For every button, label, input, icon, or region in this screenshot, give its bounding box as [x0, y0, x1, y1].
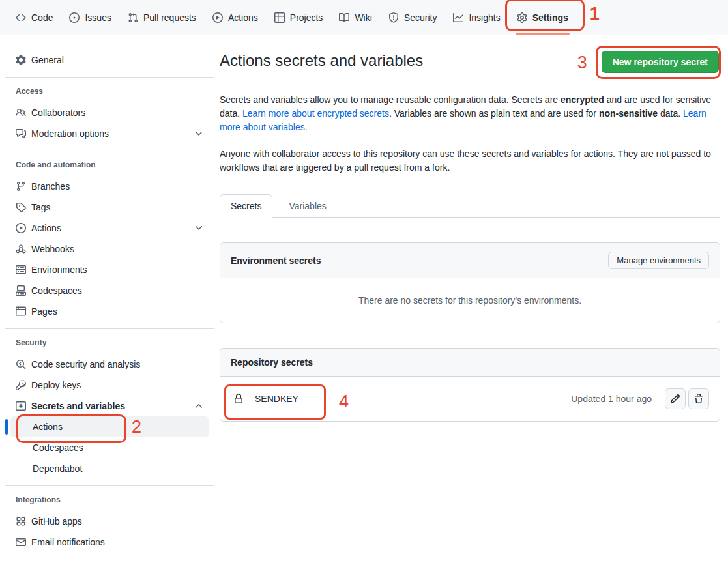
sidebar-item-email-notifications[interactable]: Email notifications — [10, 532, 209, 553]
sidebar-item-code-security[interactable]: Code security and analysis — [10, 354, 209, 375]
sidebar-section-access: Access — [10, 85, 209, 97]
tab-projects[interactable]: Projects — [269, 7, 328, 28]
tab-variables[interactable]: Variables — [278, 195, 336, 217]
tab-label: Issues — [85, 12, 111, 23]
sidebar-section-code-and-automation: Code and automation — [10, 159, 209, 171]
sidebar-item-codespaces[interactable]: Codespaces — [10, 280, 209, 301]
sidebar-divider — [5, 485, 214, 486]
chevron-down-icon — [194, 223, 204, 233]
sidebar-item-pages[interactable]: Pages — [10, 301, 209, 322]
repo-tab-bar: Code Issues Pull requests Actions Projec… — [0, 0, 728, 35]
codespaces-icon — [16, 285, 26, 296]
intro-text: data. — [658, 108, 683, 119]
sidebar-item-secrets-and-variables[interactable]: Secrets and variables — [10, 396, 209, 416]
pencil-icon — [670, 394, 680, 404]
intro-text: . — [305, 122, 308, 132]
sidebar-item-moderation-options[interactable]: Moderation options — [10, 123, 209, 144]
code-icon — [16, 12, 26, 23]
gear-icon — [16, 55, 26, 65]
secret-row-actions: Updated 1 hour ago — [571, 388, 709, 409]
secret-name-group: SENDKEY 4 — [231, 394, 298, 404]
key-icon — [16, 380, 26, 390]
sidebar-item-github-apps[interactable]: GitHub apps — [10, 511, 209, 532]
apps-icon — [16, 516, 26, 527]
sidebar-item-label: Codespaces — [33, 442, 83, 453]
sidebar-item-environments[interactable]: Environments — [10, 259, 209, 280]
manage-environments-button[interactable]: Manage environments — [608, 252, 709, 269]
intro-text: . Variables are shown as plain text and … — [389, 108, 599, 119]
tab-actions[interactable]: Actions — [207, 7, 263, 28]
webhook-icon — [16, 244, 26, 254]
main-content: Actions secrets and variables New reposi… — [220, 35, 728, 422]
delete-secret-button[interactable] — [688, 388, 709, 409]
tab-settings[interactable]: Settings 1 — [512, 7, 574, 28]
play-icon — [212, 12, 223, 23]
tab-insights[interactable]: Insights — [448, 7, 505, 28]
sidebar-item-branches[interactable]: Branches — [10, 176, 209, 197]
play-icon — [16, 223, 26, 233]
issue-opened-icon — [69, 12, 80, 23]
git-branch-icon — [16, 181, 26, 192]
edit-secret-button[interactable] — [665, 388, 686, 409]
sidebar-divider — [5, 77, 214, 78]
sidebar-subitem-dependabot[interactable]: Dependabot — [10, 458, 209, 479]
secrets-variables-tabnav: Secrets Variables — [220, 194, 720, 218]
sidebar-subitem-codespaces[interactable]: Codespaces — [10, 437, 209, 458]
selected-item-indicator — [5, 419, 8, 435]
sidebar-item-deploy-keys[interactable]: Deploy keys — [10, 375, 209, 396]
tab-secrets[interactable]: Secrets — [220, 194, 272, 218]
mail-icon — [16, 537, 26, 547]
tab-security[interactable]: Security — [383, 7, 443, 28]
chevron-down-icon — [194, 128, 204, 139]
annotation-number-1: 1 — [590, 5, 600, 23]
tab-label: Projects — [290, 12, 323, 23]
environment-secrets-panel: Environment secrets Manage environments … — [220, 242, 720, 323]
gear-icon — [517, 12, 527, 23]
graph-icon — [453, 12, 463, 23]
sidebar-item-label: Deploy keys — [31, 380, 81, 390]
page-header: Actions secrets and variables New reposi… — [220, 51, 720, 80]
settings-sidebar: General Access Collaborators Moderation … — [0, 35, 220, 553]
table-icon — [274, 12, 285, 23]
sidebar-item-label: Actions — [33, 422, 63, 432]
sidebar-item-label: Webhooks — [31, 244, 74, 254]
tab-code[interactable]: Code — [10, 7, 58, 28]
environment-secrets-title: Environment secrets — [231, 255, 321, 266]
tab-pull-requests[interactable]: Pull requests — [123, 7, 201, 28]
sidebar-item-tags[interactable]: Tags — [10, 197, 209, 218]
tab-label: Wiki — [355, 12, 371, 23]
secret-row: SENDKEY 4 Updated 1 hour ago — [220, 377, 720, 421]
new-repository-secret-button[interactable]: New repository secret — [602, 51, 719, 73]
browser-icon — [16, 306, 26, 317]
sidebar-section-integrations: Integrations — [10, 494, 209, 506]
tab-label: Actions — [228, 12, 258, 23]
people-icon — [16, 108, 26, 118]
collaborator-access-paragraph: Anyone with collaborator access to this … — [220, 147, 712, 175]
comment-discussion-icon — [16, 128, 26, 139]
intro-bold-non-sensitive: non-sensitive — [599, 108, 658, 119]
key-asterisk-icon — [16, 401, 26, 411]
sidebar-subitem-actions[interactable]: Actions 2 — [10, 416, 209, 437]
sidebar-item-general[interactable]: General — [10, 50, 209, 70]
codescan-icon — [16, 359, 26, 369]
sidebar-item-label: Collaborators — [31, 108, 85, 118]
sidebar-item-collaborators[interactable]: Collaborators — [10, 102, 209, 123]
tab-label: Insights — [469, 12, 500, 23]
sidebar-item-label: General — [31, 55, 64, 65]
sidebar-divider — [5, 151, 214, 151]
sidebar-item-actions[interactable]: Actions — [10, 218, 209, 239]
tab-label: Settings — [532, 12, 568, 23]
sidebar-item-webhooks[interactable]: Webhooks — [10, 239, 209, 259]
server-icon — [16, 265, 26, 275]
trash-icon — [693, 394, 704, 404]
annotation-number-3: 3 — [577, 54, 587, 72]
tab-wiki[interactable]: Wiki — [334, 7, 377, 28]
sidebar-item-label: Tags — [31, 202, 51, 212]
tab-issues[interactable]: Issues — [64, 7, 116, 28]
sidebar-item-label: Codespaces — [31, 285, 82, 296]
active-tab-underline — [516, 33, 570, 35]
link-encrypted-secrets[interactable]: Learn more about encrypted secrets — [242, 108, 389, 119]
tab-label: Security — [404, 12, 437, 23]
intro-bold-encrypted: encrypted — [561, 94, 604, 105]
sidebar-item-label: Dependabot — [33, 463, 82, 474]
